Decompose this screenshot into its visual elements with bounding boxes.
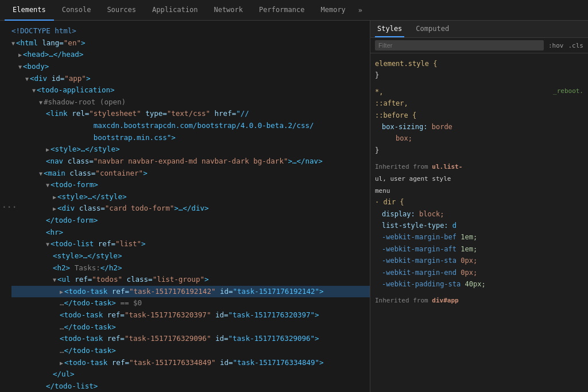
css-property-line: -webkit-margin-end 0px; (375, 269, 477, 277)
css-inherited-section-2: Inherited from div#app (375, 294, 583, 306)
dom-line: <style>…</style> (11, 191, 370, 203)
expand-arrow[interactable] (53, 194, 56, 200)
css-property-line: -webkit-margin-aft 1em; (375, 245, 477, 253)
dom-line: <!DOCTYPE html> (11, 25, 370, 37)
tab-computed[interactable]: Computed (413, 21, 451, 37)
dom-line: …</todo-task> (11, 345, 370, 357)
dom-line: <div class="card todo-form">…</div> (11, 203, 370, 215)
tab-elements[interactable]: Elements (5, 0, 54, 21)
devtools-toolbar: Elements Console Sources Application Net… (0, 0, 588, 21)
css-selector: ::after, (375, 99, 408, 107)
dom-line: <todo-list ref="list"> (11, 238, 370, 250)
styles-panel: Styles Computed :hov .cls element.style … (370, 21, 588, 392)
dom-line: <body> (11, 61, 370, 73)
tab-application[interactable]: Application (144, 0, 206, 21)
more-tabs-button[interactable]: » (354, 2, 367, 19)
tab-memory-label: Memory (321, 6, 346, 14)
hov-button[interactable]: :hov (548, 42, 564, 49)
styles-filter-row: :hov .cls (370, 38, 588, 53)
dom-line: <nav class="navbar navbar-expand-md navb… (11, 156, 370, 168)
expand-arrow[interactable] (32, 87, 36, 94)
dom-line: <link rel="stylesheet" type="text/css" h… (11, 108, 370, 143)
dom-line: </todo-list> (11, 381, 370, 392)
dom-line: <main class="container"> (11, 168, 370, 180)
dom-line: <html lang="en"> (11, 37, 370, 49)
tab-console[interactable]: Console (54, 0, 99, 21)
dom-code-area: <!DOCTYPE html> <html lang="en"> <head>…… (0, 21, 370, 392)
dom-line: <style>…</style> (11, 143, 370, 156)
tab-network-label: Network (214, 6, 243, 14)
expand-arrow[interactable] (53, 205, 56, 212)
css-property-line: -webkit-padding-sta 40px; (375, 280, 486, 288)
css-property-line: list-style-type: d (375, 222, 457, 230)
css-closing-brace: } (375, 146, 379, 154)
tab-sources[interactable]: Sources (99, 0, 144, 21)
dom-line: <head>…</head> (11, 49, 370, 61)
tab-memory[interactable]: Memory (313, 0, 354, 21)
expand-arrow[interactable] (18, 64, 22, 70)
inherited-agent: ul, user agent style (375, 175, 451, 183)
expand-arrow[interactable] (25, 76, 29, 82)
css-property-line: -webkit-margin-sta 0px; (375, 257, 477, 265)
dom-line: <todo-task ref="task-1517176320397" id="… (11, 309, 370, 321)
expand-arrow[interactable] (39, 170, 42, 177)
computed-tab-label: Computed (416, 25, 449, 33)
dom-line: <h2> Tasks:</h2> (11, 262, 370, 274)
dom-line: <style>…</style> (11, 250, 370, 262)
dom-line: <todo-application> (11, 84, 370, 96)
tab-sources-label: Sources (107, 6, 136, 14)
expand-arrow[interactable] (53, 277, 56, 283)
expand-arrow[interactable] (18, 52, 22, 58)
css-section-universal: *, _reboot. ::after, ::before { box-sizi… (375, 86, 583, 156)
inherited-from-selector-2: div#app (432, 297, 458, 304)
inherited-from-selector: ul.list- (432, 163, 462, 170)
dom-line: <todo-task ref="task-1517176192142" id="… (11, 286, 370, 298)
inherited-menu: menu (375, 187, 390, 195)
tab-network[interactable]: Network (206, 0, 251, 21)
more-tabs-icon: » (358, 6, 362, 14)
dom-line: <todo-task ref="task-1517176329096" id="… (11, 333, 370, 345)
expand-arrow[interactable] (60, 360, 63, 366)
css-inherited-section: Inherited from ul.list- ul, user agent s… (375, 161, 583, 290)
inherited-label: Inherited from (375, 163, 432, 170)
css-selector: element.style { (375, 60, 437, 68)
css-property-line: display: block; (375, 210, 444, 218)
dom-line: <todo-task ref="task-1517176334849" id="… (11, 357, 370, 369)
css-section-element-style: element.style { } (375, 58, 583, 81)
styles-toolbar: Styles Computed (370, 21, 588, 38)
dom-line: #shadow-root (open) (11, 96, 370, 108)
expand-arrow[interactable] (11, 40, 15, 46)
dom-line: </todo-form> (11, 215, 370, 227)
tab-styles[interactable]: Styles (375, 21, 404, 37)
css-property-line: box-sizing: borde box; (375, 123, 452, 142)
styles-content: element.style { } *, _reboot. ::after, :… (370, 53, 588, 392)
css-selector: · dir { (375, 198, 404, 206)
tab-application-label: Application (152, 6, 198, 14)
expand-arrow[interactable] (46, 241, 49, 247)
expand-arrow[interactable] (46, 146, 49, 153)
tab-console-label: Console (62, 6, 91, 14)
cls-button[interactable]: .cls (568, 42, 584, 49)
expand-arrow[interactable] (46, 182, 49, 188)
expand-arrow[interactable] (60, 289, 63, 295)
dom-line: <todo-form> (11, 179, 370, 191)
dom-panel: ··· <!DOCTYPE html> <html lang="en"> <he… (0, 21, 370, 392)
tab-performance[interactable]: Performance (251, 0, 312, 21)
main-container: ··· <!DOCTYPE html> <html lang="en"> <he… (0, 21, 588, 392)
dom-line: …</todo-task> (11, 321, 370, 333)
dom-line: <hr> (11, 227, 370, 239)
dom-line: </ul> (11, 368, 370, 381)
tab-elements-label: Elements (13, 6, 46, 14)
expand-arrow[interactable] (39, 99, 42, 106)
styles-filter-input[interactable] (375, 40, 544, 51)
dom-line: …</todo-task> == $0 (11, 297, 370, 309)
tab-performance-label: Performance (259, 6, 304, 14)
css-property-line: -webkit-margin-bef 1em; (375, 233, 477, 241)
dom-line: <div id="app"> (11, 73, 370, 85)
inherited-label-2: Inherited from (375, 297, 432, 304)
css-source: _reboot. (553, 86, 583, 97)
css-closing-brace: } (375, 71, 379, 79)
css-selector: *, (375, 88, 383, 96)
css-selector: ::before { (375, 111, 416, 119)
dom-line: <ul ref="todos" class="list-group"> (11, 274, 370, 286)
